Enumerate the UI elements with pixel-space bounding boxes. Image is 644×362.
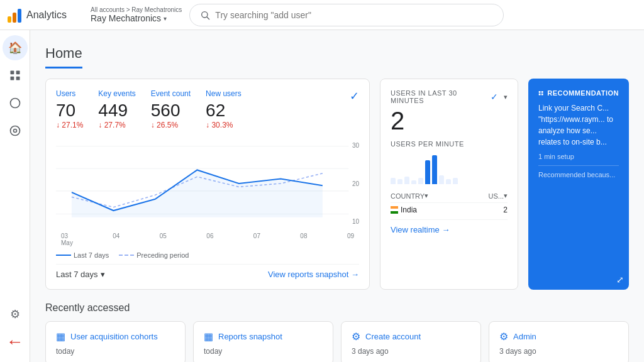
stat-key-events: Key events 449 ↓ 27.7%	[98, 89, 135, 129]
content-grid: Users 70 ↓ 27.1% Key events 449 ↓ 27.7% …	[45, 79, 629, 290]
mini-bar-item	[453, 178, 458, 184]
recommendation-body: Link your Search C... "https://www.raym.…	[538, 102, 619, 148]
new-users-change: ↓ 30.3%	[206, 121, 242, 129]
mini-bar-item	[446, 179, 451, 184]
svg-rect-5	[16, 77, 19, 80]
main-content: Home Users 70 ↓ 27.1% Key events 449 ↓ 2…	[30, 30, 644, 362]
realtime-table-row: India 2	[391, 203, 508, 217]
logo-area: Analytics	[8, 8, 83, 23]
search-input[interactable]	[215, 10, 493, 20]
sidebar-item-reports[interactable]	[3, 63, 28, 88]
search-bar[interactable]	[189, 4, 504, 26]
sidebar: 🏠 ⚙ ←	[0, 30, 30, 362]
mini-bar-item	[425, 160, 430, 184]
recommendation-tag: 1 min setup	[538, 153, 619, 160]
legend-dashed: Preceding period	[119, 251, 189, 259]
gear-icon: ⚙	[352, 331, 360, 343]
expand-icon[interactable]: ⤢	[616, 275, 624, 285]
sidebar-item-advertising[interactable]	[3, 118, 28, 143]
access-card-header: ▦ User acquisition cohorts	[56, 331, 175, 343]
date-range-selector[interactable]: Last 7 days ▾	[56, 270, 105, 279]
account-nav: All accounts > Ray Mechatronics Ray Mech…	[91, 6, 182, 23]
line-chart	[56, 140, 359, 228]
svg-line-1	[207, 17, 209, 19]
view-realtime-link[interactable]: View realtime →	[391, 225, 508, 234]
access-card-name: Create account	[365, 332, 421, 341]
stats-chart-card: Users 70 ↓ 27.1% Key events 449 ↓ 27.7% …	[45, 79, 370, 290]
chart-area: 302010	[56, 140, 359, 228]
svg-rect-15	[391, 209, 398, 211]
realtime-value: 2	[391, 107, 508, 135]
access-time: today	[204, 347, 222, 356]
realtime-options-button[interactable]: ▾	[504, 93, 508, 101]
realtime-card: USERS IN LAST 30 MINUTES ✓ ▾ 2 USERS PER…	[380, 79, 518, 290]
recently-accessed-title: Recently accessed	[45, 302, 629, 314]
access-card-admin[interactable]: ⚙ Admin 3 days ago	[489, 321, 629, 362]
realtime-header: USERS IN LAST 30 MINUTES ✓ ▾	[391, 89, 508, 104]
settings-button[interactable]: ⚙	[3, 302, 28, 327]
access-card-create-account[interactable]: ⚙ Create account 3 days ago	[341, 321, 481, 362]
key-events-label: Key events	[98, 89, 135, 98]
view-reports-link[interactable]: View reports snapshot →	[268, 270, 359, 279]
new-users-label: New users	[206, 89, 242, 98]
top-bar: Analytics All accounts > Ray Mechatronic…	[0, 0, 644, 30]
app-title: Analytics	[26, 9, 67, 21]
y-axis-labels: 302010	[352, 140, 359, 228]
access-card-user-acquisition[interactable]: ▦ User acquisition cohorts today	[45, 321, 186, 362]
users-cell: 2	[503, 206, 508, 214]
realtime-table-header: COUNTRY ▾ US... ▾	[391, 189, 508, 203]
svg-point-7	[10, 126, 19, 136]
access-time: today	[56, 347, 74, 356]
svg-point-6	[10, 99, 19, 108]
dashed-line-icon	[119, 255, 134, 256]
recommendation-title: RECOMMENDATION	[538, 89, 619, 97]
users-value: 70	[56, 101, 83, 121]
bar-chart-icon: ▦	[204, 331, 213, 343]
users-label: Users	[56, 89, 83, 98]
sidebar-nav: 🏠	[3, 35, 28, 143]
breadcrumb: All accounts > Ray Mechatronics	[91, 6, 182, 13]
svg-rect-3	[16, 71, 19, 75]
users-per-minute-label: USERS PER MINUTE	[391, 140, 508, 148]
svg-rect-17	[539, 91, 541, 93]
x-axis-labels: 03May040506070809	[56, 233, 359, 246]
chart-legend: Last 7 days Preceding period	[56, 251, 359, 259]
check-icon: ✓	[350, 89, 359, 129]
svg-rect-19	[539, 94, 541, 96]
account-selector[interactable]: Ray Mechatronics ▾	[91, 13, 182, 23]
users-change: ↓ 27.1%	[56, 121, 83, 129]
access-card-header: ⚙ Create account	[352, 331, 470, 343]
key-events-value: 449	[98, 101, 135, 121]
mini-bar-item	[432, 155, 437, 184]
page-title: Home	[45, 45, 82, 69]
svg-point-8	[13, 129, 16, 133]
users-dropdown[interactable]: US... ▾	[489, 192, 508, 200]
stat-users: Users 70 ↓ 27.1%	[56, 89, 83, 129]
analytics-logo-icon	[8, 8, 21, 23]
mini-bar-item	[439, 175, 444, 184]
access-card-reports-snapshot[interactable]: ▦ Reports snapshot today	[193, 321, 333, 362]
gear-icon: ⚙	[499, 331, 508, 343]
access-card-name: Reports snapshot	[218, 332, 282, 341]
solid-line-icon	[56, 255, 71, 256]
mini-bar-chart	[391, 153, 508, 184]
realtime-footer: View realtime →	[391, 219, 508, 234]
legend-solid: Last 7 days	[56, 251, 109, 259]
flag-icon	[391, 206, 398, 214]
svg-rect-4	[10, 77, 14, 80]
access-card-header: ⚙ Admin	[499, 331, 618, 343]
recommendation-card: RECOMMENDATION Link your Search C... "ht…	[528, 79, 629, 290]
sidebar-item-explore[interactable]	[3, 90, 28, 116]
country-cell: India	[391, 206, 417, 214]
sidebar-bottom: ⚙ ←	[3, 302, 28, 357]
recommendation-icon	[538, 89, 543, 97]
access-card-name: User acquisition cohorts	[70, 332, 158, 341]
search-icon	[200, 10, 210, 20]
svg-rect-18	[541, 91, 543, 93]
red-arrow-indicator: ←	[6, 332, 24, 352]
country-dropdown[interactable]: COUNTRY ▾	[391, 192, 428, 200]
recently-accessed-cards: ▦ User acquisition cohorts today ▦ Repor…	[45, 321, 629, 362]
recommendation-footer: Recommended becaus...	[538, 165, 619, 178]
sidebar-item-home[interactable]: 🏠	[3, 35, 28, 60]
event-count-label: Event count	[151, 89, 191, 98]
